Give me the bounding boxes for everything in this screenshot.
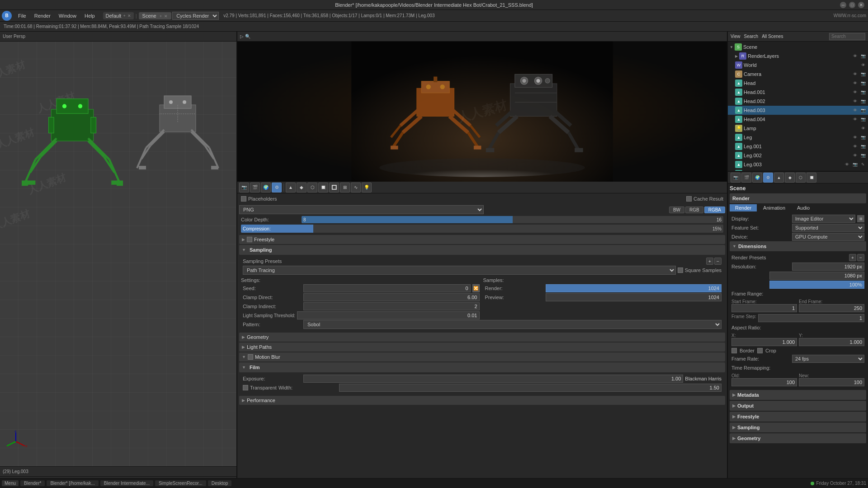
leg-vis-render[interactable]: 📷: [860, 134, 866, 141]
bw-btn[interactable]: BW: [669, 206, 684, 213]
time-new[interactable]: 100: [799, 378, 864, 386]
h003-vis-render[interactable]: 📷: [860, 107, 866, 113]
head-vis-eye[interactable]: 👁: [852, 80, 858, 86]
display-select[interactable]: Image Editor: [792, 215, 855, 223]
viewport-3d[interactable]: 人人素材 人人素材 人人素材 人人素材 人人素材: [0, 42, 236, 466]
exposure-value[interactable]: 1.00: [303, 375, 683, 383]
l001-vis-eye[interactable]: 👁: [852, 143, 858, 150]
geometry-right-header[interactable]: ▶ Geometry: [730, 433, 866, 443]
taskbar-blender1[interactable]: Blender*: [20, 480, 45, 486]
aspect-x[interactable]: 1.000: [731, 338, 797, 346]
resolution-x[interactable]: 1920 px: [792, 263, 864, 271]
menu-file[interactable]: File: [14, 12, 30, 19]
rp-remove-btn[interactable]: −: [857, 254, 864, 261]
prop-btn-scene-icon[interactable]: 🎬: [250, 183, 260, 192]
placeholders-checkbox[interactable]: Placeholders: [241, 196, 277, 202]
right-properties-content[interactable]: Scene Render Render Animation Audio Di: [728, 183, 868, 488]
border-cb[interactable]: [731, 348, 737, 353]
rp-btn-4[interactable]: ⚙: [763, 173, 773, 183]
h003-vis-eye[interactable]: 👁: [852, 107, 858, 113]
taskbar-blender3[interactable]: Blender Intermediate...: [100, 480, 153, 486]
h002-vis-eye[interactable]: 👁: [852, 98, 858, 104]
h004-vis-render[interactable]: 📷: [860, 116, 866, 122]
render-engine-select[interactable]: Cycles Render: [172, 12, 219, 20]
film-header[interactable]: ▼ Film: [239, 362, 725, 372]
leg-vis-eye[interactable]: 👁: [852, 134, 858, 141]
pattern-select[interactable]: Sobol: [303, 320, 722, 329]
workspace-selector[interactable]: Default + ✕: [103, 12, 134, 19]
start-menu[interactable]: Menu: [2, 480, 19, 486]
performance-section-header[interactable]: ▶ Performance: [239, 396, 725, 405]
taskbar-screenrecord[interactable]: SimpleScreenRecor...: [155, 480, 206, 486]
head-vis-render[interactable]: 📷: [860, 80, 866, 86]
rgba-btn[interactable]: RGBA: [704, 206, 725, 213]
square-samples-cb-icon[interactable]: [678, 267, 683, 273]
rl-vis-render[interactable]: 📷: [860, 53, 866, 59]
resolution-percent[interactable]: 100%: [769, 281, 864, 289]
transparent-checkbox[interactable]: Transparent: [243, 385, 277, 390]
dimensions-section-header[interactable]: ▼ Dimensions: [730, 241, 866, 251]
outliner-item-camera[interactable]: C Camera 👁 📷: [728, 70, 868, 79]
cache-result-checkbox[interactable]: Cache Result: [686, 196, 723, 202]
h004-vis-eye[interactable]: 👁: [852, 116, 858, 122]
l004-vis-render[interactable]: 📷: [860, 170, 866, 171]
aspect-y[interactable]: 1.000: [799, 338, 864, 346]
lamp-vis-eye[interactable]: 👁: [860, 125, 866, 131]
frame-step[interactable]: 1: [758, 314, 864, 322]
freestyle-section-header[interactable]: ▶ Freestyle: [239, 235, 725, 244]
outliner-item-leg004[interactable]: ▲ Leg.004 👁 📷: [728, 169, 868, 171]
l004-vis-eye[interactable]: 👁: [852, 170, 858, 171]
cam-vis-render[interactable]: 📷: [860, 71, 866, 77]
outliner-search-tab[interactable]: Search: [744, 34, 759, 39]
l002-vis-eye[interactable]: 👁: [852, 152, 858, 159]
prop-btn-5[interactable]: 🔳: [329, 183, 339, 192]
geometry-section-header[interactable]: ▶ Geometry: [239, 333, 725, 342]
light-paths-section-header[interactable]: ▶ Light Paths: [239, 343, 725, 352]
l003-vis-render[interactable]: 📷: [852, 161, 858, 168]
prop-btn-4[interactable]: 🔲: [318, 183, 328, 192]
taskbar-blender2[interactable]: Blender* [/home/kak...: [47, 480, 98, 486]
maximize-button[interactable]: □: [849, 2, 855, 8]
feature-set-select[interactable]: Supported: [792, 224, 864, 232]
rp-btn-1[interactable]: 📷: [731, 173, 741, 183]
l003-vis-eye[interactable]: 👁: [844, 161, 850, 168]
time-old[interactable]: 100: [731, 378, 797, 386]
close-button[interactable]: ✕: [858, 2, 864, 8]
rl-vis-eye[interactable]: 👁: [852, 53, 858, 59]
world-vis-eye[interactable]: 👁: [860, 62, 866, 68]
device-select[interactable]: GPU Compute: [792, 233, 864, 241]
rp-btn-6[interactable]: ◆: [785, 173, 795, 183]
render-samples-value[interactable]: 1024: [546, 284, 722, 292]
transparent-cb-icon[interactable]: [243, 385, 248, 390]
rp-btn-2[interactable]: 🎬: [741, 173, 751, 183]
sampling-right-header[interactable]: ▶ Sampling: [730, 422, 866, 432]
audio-tab[interactable]: Audio: [792, 204, 815, 211]
l001-vis-render[interactable]: 📷: [860, 143, 866, 150]
sampling-add-btn[interactable]: +: [706, 258, 713, 265]
prop-btn-active-icon[interactable]: ⚙: [272, 183, 282, 192]
compression-slider[interactable]: Compression: 15%: [241, 225, 723, 233]
seed-value[interactable]: 0: [303, 284, 471, 292]
outliner-item-head003[interactable]: ▲ Head.003 👁 📷: [728, 106, 868, 115]
prop-btn-6[interactable]: ⊞: [340, 183, 350, 192]
animation-tab[interactable]: Animation: [758, 204, 791, 211]
prop-btn-world-icon[interactable]: 🌍: [261, 183, 271, 192]
start-frame[interactable]: 1: [731, 304, 797, 312]
display-expand-btn[interactable]: ⊞: [857, 215, 864, 222]
scene-selector[interactable]: Scene + ✕: [139, 12, 172, 19]
rp-btn-5[interactable]: ▲: [774, 173, 784, 183]
render-canvas[interactable]: 人人素材: [237, 42, 727, 182]
rp-btn-3[interactable]: 🌍: [752, 173, 762, 183]
l002-vis-render[interactable]: 📷: [860, 152, 866, 159]
outliner-item-head[interactable]: ▲ Head 👁 📷: [728, 79, 868, 88]
rp-add-btn[interactable]: +: [849, 254, 856, 261]
crop-cb[interactable]: [757, 348, 763, 353]
outliner-search-input[interactable]: [829, 33, 865, 40]
menu-window[interactable]: Window: [55, 12, 80, 19]
color-depth-slider[interactable]: 8 16: [302, 216, 723, 223]
h002-vis-render[interactable]: 📷: [860, 98, 866, 104]
prop-btn-8[interactable]: 💡: [362, 183, 372, 192]
prop-btn-7[interactable]: ∿: [351, 183, 361, 192]
outliner-item-leg002[interactable]: ▲ Leg.002 👁 📷: [728, 151, 868, 160]
menu-help[interactable]: Help: [81, 12, 99, 19]
